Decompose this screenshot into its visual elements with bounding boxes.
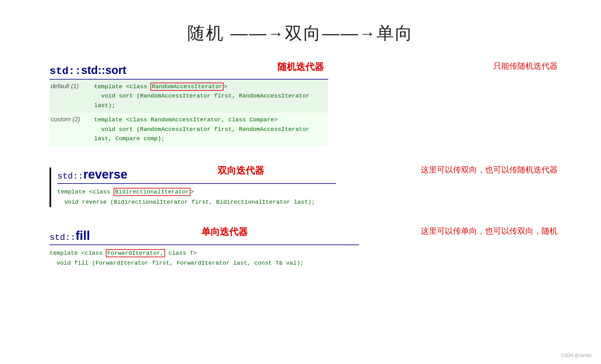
sort-section: 随机迭代器 只能传随机迭代器 std::std::sort default (1… (25, 64, 576, 146)
sort-row-custom: custom (2) template <class RandomAccessI… (50, 113, 328, 146)
sort-block: std::std::sort default (1) template <cla… (50, 64, 576, 146)
title-section: 随机 ——→双向——→单向 (25, 12, 576, 64)
reverse-annotation-center: 双向迭代器 (218, 164, 264, 177)
reverse-annotation-right: 这里可以传双向，也可以传随机迭代器 (421, 164, 558, 175)
reverse-code-line1: template <class BidirectionalIterator> (57, 187, 336, 197)
sort-label-custom: custom (2) (51, 115, 94, 143)
main-title: 随机 ——→双向——→单向 (25, 22, 576, 45)
sort-row-default: default (1) template <class RandomAccess… (50, 80, 328, 113)
sort-code-default: template <class RandomAccessIterator> vo… (94, 82, 327, 110)
reverse-code-line2: void reverse (BidirectionalIterator firs… (57, 197, 336, 207)
sort-annotation-center: 随机迭代器 (277, 61, 324, 73)
reverse-section: 双向迭代器 这里可以传双向，也可以传随机迭代器 std::reverse tem… (25, 167, 576, 207)
sort-table: default (1) template <class RandomAccess… (50, 79, 328, 146)
fill-annotation-center: 单向迭代器 (201, 226, 248, 238)
sort-code-custom: template <class RandomAccessIterator, cl… (94, 115, 327, 143)
fill-annotation-right: 这里可以传单向，也可以传双向，随机 (421, 226, 558, 236)
fill-code-line2: void fill (ForwardIterator first, Forwar… (50, 258, 359, 268)
fill-code-line1: template <class ForwardIterator, class T… (50, 248, 359, 258)
footer-text: CSDN @Jambz (561, 353, 592, 358)
sort-label-default: default (1) (51, 82, 94, 110)
footer: CSDN @Jambz (561, 353, 592, 358)
reverse-code-block: template <class BidirectionalIterator> v… (57, 183, 336, 207)
sort-annotation-right: 只能传随机迭代器 (493, 61, 558, 72)
fill-code-block: template <class ForwardIterator, class T… (50, 245, 359, 268)
fill-section: 单向迭代器 这里可以传单向，也可以传双向，随机 std::fill templa… (25, 229, 576, 268)
